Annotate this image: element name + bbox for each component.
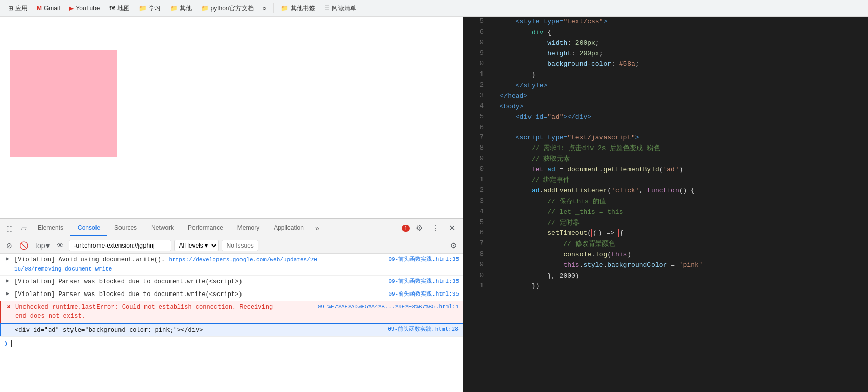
bookmark-youtube[interactable]: ▶ YouTube xyxy=(65,3,104,14)
no-issues-badge: No Issues xyxy=(222,240,258,251)
console-toolbar: ⊘ 🚫 top ▾ 👁 All levels ▾ No Issues ⚙ xyxy=(0,237,463,254)
code-line-10: 5 <div id="ad"></div> xyxy=(463,112,868,123)
violation-link-1[interactable]: https://developers.google.com/web/update… xyxy=(168,257,317,263)
folder-icon-3: 📁 xyxy=(201,5,209,12)
code-content-2: div { xyxy=(492,28,864,38)
triangle-icon-2: ▶ xyxy=(4,278,11,284)
code-content-10: <div id="ad"></div> xyxy=(492,112,864,123)
console-input[interactable] xyxy=(11,339,459,348)
msg-row-5: <div id="ad" style="background-color: pi… xyxy=(15,325,459,334)
line-num-15: 0 xyxy=(467,165,484,175)
bookmark-more[interactable]: » xyxy=(259,3,271,14)
line-num-4: 9 xyxy=(467,48,484,58)
tab-elements[interactable]: Elements xyxy=(31,220,70,236)
msg-source-1: 09-前头函数实践.html:35 xyxy=(388,255,459,264)
bookmark-gmail-label: Gmail xyxy=(44,5,60,12)
bookmark-study-label: 学习 xyxy=(149,4,161,13)
code-line-17: 2 ad.addEventListener('click', function(… xyxy=(463,186,868,197)
code-content-3: width: 200px; xyxy=(492,38,864,49)
msg-source-5: 09-前头函数实践.html:28 xyxy=(388,325,459,334)
bookmark-apps[interactable]: ⊞ 应用 xyxy=(4,2,32,15)
msg-source-2: 09-前头函数实践.html:35 xyxy=(388,277,459,286)
clear-console-button[interactable]: ⊘ xyxy=(4,240,14,251)
devtools-inspect-icon[interactable]: ⬚ xyxy=(2,221,16,235)
code-content-18: // 保存this 的值 xyxy=(492,197,864,207)
devtools-device-icon[interactable]: ▱ xyxy=(16,221,31,235)
webpage-content xyxy=(0,17,463,218)
tab-console[interactable]: Console xyxy=(70,220,107,236)
line-num-1: 5 xyxy=(467,17,484,27)
bookmark-reading-list-label: 阅读清单 xyxy=(332,4,356,13)
code-content-12: <script type="text/javascript"> xyxy=(492,133,864,143)
devtools-settings-icon[interactable]: ⚙ xyxy=(412,221,426,235)
console-filter-input[interactable] xyxy=(69,240,171,251)
devtools-close-icon[interactable]: ✕ xyxy=(445,221,459,235)
console-message-2: ▶ [Violation] Parser was blocked due to … xyxy=(0,276,463,288)
context-selector[interactable]: top ▾ xyxy=(33,240,52,251)
violation-text-2: [Violation] Parser was blocked due to do… xyxy=(14,277,242,286)
code-line-4: 9 height: 200px; xyxy=(463,48,868,59)
line-num-7: 2 xyxy=(467,81,484,90)
code-line-15: 0 let ad = document.getElementById('ad') xyxy=(463,165,868,176)
error-icon-1: ✖ xyxy=(5,303,12,311)
code-content-15: let ad = document.getElementById('ad') xyxy=(492,165,864,176)
code-line-23: 8 console.log(this) xyxy=(463,250,868,260)
no-entry-button[interactable]: 🚫 xyxy=(17,240,30,251)
line-num-17: 2 xyxy=(467,186,484,195)
code-content-26: }) xyxy=(492,281,864,292)
console-message-5[interactable]: <div id="ad" style="background-color: pi… xyxy=(0,323,463,336)
triangle-icon-1: ▶ xyxy=(4,256,11,262)
code-content-16: // 绑定事件 xyxy=(492,175,864,186)
line-num-24: 9 xyxy=(467,260,484,270)
line-num-5: 0 xyxy=(467,59,484,69)
tab-sources[interactable]: Sources xyxy=(107,220,144,236)
code-line-1: 5 <style type="text/css"> xyxy=(463,17,868,28)
code-content-4: height: 200px; xyxy=(492,48,864,59)
log-level-select[interactable]: All levels ▾ xyxy=(174,240,219,251)
code-line-20: 5 // 定时器 xyxy=(463,218,868,229)
folder-icon-4: 📁 xyxy=(281,5,288,12)
msg-source-3: 09-前头函数实践.html:35 xyxy=(388,290,459,299)
error-text-1: Unchecked runtime.lastError: Could not e… xyxy=(15,303,273,312)
eye-button[interactable]: 👁 xyxy=(55,240,66,251)
devtools-tab-bar: ⬚ ▱ Elements Console Sources Network Per… xyxy=(0,219,463,237)
bookmark-python[interactable]: 📁 python官方文档 xyxy=(197,2,258,15)
code-line-21: 6 setTimeout(() => { xyxy=(463,228,868,239)
console-settings-button[interactable]: ⚙ xyxy=(448,240,459,251)
code-line-24: 9 this.style.backgroundColor = 'pink' xyxy=(463,260,868,271)
code-content-23: console.log(this) xyxy=(492,250,864,260)
bookmark-gmail[interactable]: M Gmail xyxy=(33,3,64,14)
violation-text-1: [Violation] Avoid using document.write()… xyxy=(14,256,168,263)
bookmark-reading-list[interactable]: ☰ 阅读清单 xyxy=(320,2,360,15)
line-num-19: 4 xyxy=(467,207,484,217)
code-content-21: setTimeout(() => { xyxy=(492,228,864,239)
tab-more[interactable]: » xyxy=(311,221,323,235)
bookmark-other[interactable]: 📁 其他 xyxy=(166,2,196,15)
bookmark-apps-label: 应用 xyxy=(15,4,28,13)
tab-network[interactable]: Network xyxy=(144,220,181,236)
tab-application[interactable]: Application xyxy=(267,220,311,236)
code-line-18: 3 // 保存this 的值 xyxy=(463,197,868,207)
devtools: ⬚ ▱ Elements Console Sources Network Per… xyxy=(0,218,463,392)
line-num-25: 0 xyxy=(467,271,484,281)
reading-list-icon: ☰ xyxy=(324,5,330,12)
bookmark-youtube-label: YouTube xyxy=(76,5,100,12)
console-message-3: ▶ [Violation] Parser was blocked due to … xyxy=(0,288,463,301)
bookmark-maps-label: 地图 xyxy=(117,4,130,13)
tab-memory[interactable]: Memory xyxy=(230,220,267,236)
line-num-21: 6 xyxy=(467,228,484,238)
code-line-8: 3 </head> xyxy=(463,91,868,102)
folder-icon-1: 📁 xyxy=(139,5,147,12)
bookmark-study[interactable]: 📁 学习 xyxy=(135,2,165,15)
code-content-8: </head> xyxy=(492,91,864,102)
violation-link-1b[interactable]: 16/08/removing-document-write xyxy=(14,266,112,272)
triangle-icon-3: ▶ xyxy=(4,290,11,297)
code-content-7: </style> xyxy=(492,81,864,91)
line-num-14: 9 xyxy=(467,154,484,164)
bookmark-maps[interactable]: 🗺 地图 xyxy=(105,2,134,15)
prompt-chevron-icon: ❯ xyxy=(4,340,8,348)
bookmark-other-bookmarks[interactable]: 📁 其他书签 xyxy=(277,2,319,15)
tab-performance[interactable]: Performance xyxy=(181,220,230,236)
msg-content-5: <div id="ad" style="background-color: pi… xyxy=(15,325,459,334)
devtools-menu-icon[interactable]: ⋮ xyxy=(428,221,443,235)
